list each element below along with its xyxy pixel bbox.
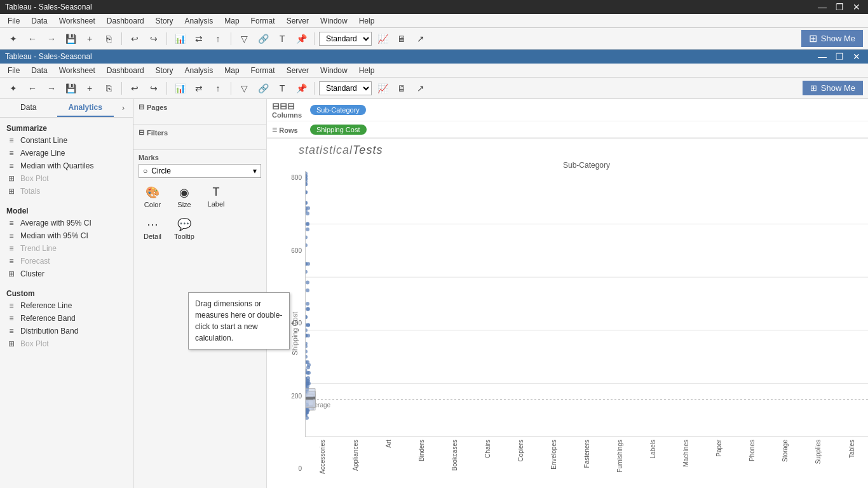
distribution-band-item[interactable]: ≡ Distribution Band	[0, 325, 133, 337]
menu-worksheet[interactable]: Worksheet	[54, 15, 100, 27]
inner-chart2-btn[interactable]: 📈	[374, 80, 391, 97]
marks-size-btn[interactable]: ◉ Size	[170, 183, 198, 211]
inner-sort-btn[interactable]: ↑	[210, 80, 226, 97]
inner-menu-worksheet[interactable]: Worksheet	[54, 65, 100, 76]
inner-grid-icon[interactable]: ✦	[5, 80, 22, 97]
menu-format[interactable]: Format	[246, 15, 280, 27]
reference-line-item[interactable]: ≡ Reference Line	[0, 299, 133, 312]
average-line-item[interactable]: ≡ Average Line	[0, 147, 133, 159]
inner-redo-btn[interactable]: ↪	[146, 80, 162, 97]
svg-container[interactable]: Average	[305, 171, 868, 437]
y-tick-800: 800	[291, 174, 302, 181]
svg-point-18	[306, 329, 308, 332]
swap-btn[interactable]: ⇄	[191, 30, 207, 47]
menu-data[interactable]: Data	[26, 15, 52, 27]
inner-text-btn[interactable]: T	[274, 80, 290, 97]
inner-maximize-btn[interactable]: ❐	[833, 51, 846, 62]
x-label-fasteners: Fasteners	[571, 437, 604, 488]
tab-data[interactable]: Data	[0, 99, 57, 117]
inner-share-btn[interactable]: ↗	[412, 80, 429, 97]
menu-story[interactable]: Story	[151, 15, 179, 27]
svg-point-129	[306, 270, 308, 274]
inner-close-btn[interactable]: ✕	[850, 51, 863, 62]
filters-label: ⊟ Filters	[139, 128, 261, 137]
inner-swap-btn[interactable]: ⇄	[191, 80, 207, 97]
chart2-icon[interactable]: 📈	[374, 30, 391, 47]
inner-dup-btn[interactable]: ⎘	[100, 80, 117, 97]
grid-icon[interactable]: ✦	[5, 30, 22, 47]
constant-line-item[interactable]: ≡ Constant Line	[0, 134, 133, 147]
inner-save-btn[interactable]: 💾	[62, 80, 79, 97]
inner-new-btn[interactable]: +	[81, 80, 98, 97]
menu-map[interactable]: Map	[219, 15, 244, 27]
label-icon: T	[213, 186, 220, 199]
x-label-bookcases: Bookcases	[438, 437, 471, 488]
filter-icon[interactable]: ▽	[236, 30, 252, 47]
sort-asc-icon[interactable]: ↑	[210, 30, 226, 47]
svg-point-48	[306, 190, 308, 194]
inner-monitor-btn[interactable]: 🖥	[393, 80, 410, 97]
cluster-item[interactable]: ⊞ Cluster	[0, 268, 133, 280]
reference-band-item[interactable]: ≡ Reference Band	[0, 312, 133, 325]
marks-color-btn[interactable]: 🎨 Color	[139, 183, 166, 211]
left-panel: Data Analytics › Summarize ≡ Constant Li…	[0, 99, 133, 488]
inner-minimize-btn[interactable]: —	[815, 51, 829, 62]
inner-forward-btn[interactable]: →	[43, 80, 60, 97]
panel-toggle-btn[interactable]: ›	[114, 99, 133, 117]
inner-view-select[interactable]: Standard	[319, 81, 372, 95]
monitor-icon[interactable]: 🖥	[393, 30, 410, 47]
inner-menu-file[interactable]: File	[3, 65, 25, 76]
inner-menu-data[interactable]: Data	[26, 65, 52, 76]
marks-buttons: 🎨 Color ◉ Size T Label ⋯ Detail	[139, 183, 261, 243]
inner-menu-analysis[interactable]: Analysis	[180, 65, 219, 76]
save-btn[interactable]: 💾	[62, 30, 79, 47]
inner-filter-btn[interactable]: ▽	[236, 80, 252, 97]
menu-server[interactable]: Server	[281, 15, 314, 27]
median-95-item[interactable]: ≡ Median with 95% CI	[0, 229, 133, 242]
duplicate-btn[interactable]: ⎘	[100, 30, 117, 47]
view-select[interactable]: Standard	[319, 32, 372, 46]
show-me-button[interactable]: ⊞ Show Me	[801, 30, 863, 47]
marks-type-dropdown[interactable]: ○ Circle ▾	[139, 164, 261, 178]
share-icon[interactable]: ↗	[412, 30, 429, 47]
maximize-btn[interactable]: ❐	[833, 2, 846, 12]
marks-label-btn[interactable]: T Label	[202, 183, 230, 211]
pin-icon[interactable]: 📌	[293, 30, 309, 47]
marks-detail-btn[interactable]: ⋯ Detail	[139, 215, 166, 243]
marks-tooltip-btn[interactable]: 💬 Tooltip	[170, 215, 198, 243]
avg-95-item[interactable]: ≡ Average with 95% CI	[0, 217, 133, 229]
minimize-btn[interactable]: —	[815, 2, 829, 12]
inner-chart-btn[interactable]: 📊	[172, 80, 188, 97]
inner-menu-dashboard[interactable]: Dashboard	[102, 65, 149, 76]
inner-menu-format[interactable]: Format	[246, 65, 280, 76]
redo-btn[interactable]: ↪	[146, 30, 162, 47]
new-btn[interactable]: +	[81, 30, 98, 47]
inner-menu-server[interactable]: Server	[281, 65, 314, 76]
menu-analysis[interactable]: Analysis	[180, 15, 219, 27]
close-btn[interactable]: ✕	[850, 2, 863, 12]
inner-undo-btn[interactable]: ↩	[126, 80, 143, 97]
rows-pill[interactable]: Shipping Cost	[310, 125, 367, 135]
bar-chart-icon[interactable]: 📊	[172, 30, 188, 47]
inner-link-btn[interactable]: 🔗	[255, 80, 271, 97]
undo-btn[interactable]: ↩	[126, 30, 143, 47]
tab-analytics[interactable]: Analytics	[57, 99, 114, 117]
inner-show-me-button[interactable]: ⊞ Show Me	[803, 81, 863, 95]
inner-pin-btn[interactable]: 📌	[293, 80, 309, 97]
median-quartiles-item[interactable]: ≡ Median with Quartiles	[0, 159, 133, 172]
inner-menu-map[interactable]: Map	[219, 65, 244, 76]
chart-plot-area: Shipping Cost 800 600 400 200 0	[267, 171, 868, 488]
menu-window[interactable]: Window	[315, 15, 353, 27]
forward-btn[interactable]: →	[43, 30, 60, 47]
back-btn[interactable]: ←	[24, 30, 41, 47]
menu-file[interactable]: File	[3, 15, 25, 27]
inner-menu-window[interactable]: Window	[315, 65, 353, 76]
link-icon[interactable]: 🔗	[255, 30, 271, 47]
inner-back-btn[interactable]: ←	[24, 80, 41, 97]
columns-pill[interactable]: Sub-Category	[310, 105, 366, 115]
inner-menu-help[interactable]: Help	[354, 65, 380, 76]
menu-dashboard[interactable]: Dashboard	[102, 15, 149, 27]
menu-help[interactable]: Help	[354, 15, 380, 27]
inner-menu-story[interactable]: Story	[151, 65, 179, 76]
text-icon[interactable]: T	[274, 30, 290, 47]
